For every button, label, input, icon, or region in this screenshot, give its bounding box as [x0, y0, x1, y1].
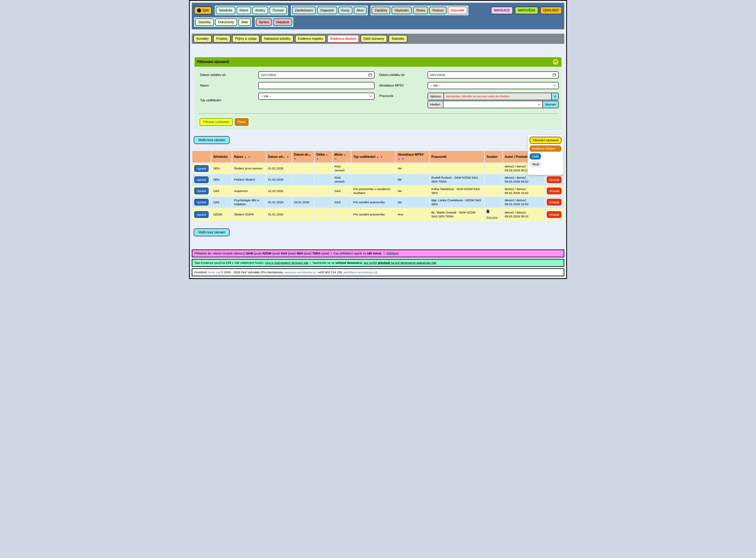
email-link[interactable]: petr@pro-neziskovky.cz [344, 271, 376, 274]
delete-button[interactable]: Smazat [547, 199, 561, 206]
datum-od-label: Datum začátku od [197, 73, 256, 77]
subnav-item-projekty[interactable]: Projekty [213, 35, 230, 43]
akreditace-label: Akreditace MPSV [376, 84, 425, 87]
table-row: Upravit NZDM Školení GDPR 01.01.2026 Pro… [192, 208, 564, 221]
delete-button[interactable]: Smazat [547, 211, 561, 218]
subnav-item-dalsi-zaznamy[interactable]: Další záznamy [361, 35, 387, 43]
subnav-item-nakladove-polozky[interactable]: Nákladové položky [261, 35, 293, 43]
subnav-item-evidence-majetku[interactable]: Evidence majetku [295, 35, 326, 43]
nav-item-web[interactable]: Web [238, 19, 251, 26]
cell-stredisko: SEN [212, 163, 231, 174]
filter-panel-title: Filtrování záznamů [197, 60, 229, 64]
file-link[interactable]: frog.png [486, 215, 497, 219]
col-header-stredisko: Středisko [212, 151, 231, 162]
odhlasit-button[interactable]: ODHLÁSIT [540, 7, 562, 14]
nav-item-klienti[interactable]: Klienti [237, 7, 251, 14]
edit-button[interactable]: Upravit [194, 165, 209, 172]
calendar-icon[interactable] [368, 73, 372, 77]
filter-submit-button[interactable]: Filtrovat (vyhledat) [200, 118, 233, 126]
nav-item-kurzy[interactable]: Kurzy [338, 7, 352, 14]
cell-akreditace: Ne [396, 186, 429, 196]
sort-icons[interactable]: ▲ ▼ [398, 158, 405, 160]
seznam-button[interactable]: Seznam [542, 101, 558, 108]
back-button[interactable]: ← Zpět [194, 6, 212, 15]
vybrano-value[interactable]: Nevybráno, klikněte na seznam nebo do hl… [444, 93, 551, 100]
nav-group-system: Správa Helpdesk [255, 17, 293, 27]
nav-item-ubytovani[interactable]: Ubytování [392, 7, 412, 14]
nav-right-group: NAVIGACE NÁPOVĚDA ODHLÁSIT [491, 7, 562, 14]
cell-typ [351, 174, 395, 185]
nav-item-strava[interactable]: Strava [413, 7, 428, 14]
delete-button[interactable]: Smazat [547, 187, 561, 195]
insert-record-button-top[interactable]: Vložit nový záznam [194, 136, 229, 144]
col-header-datum-do[interactable]: Datum do▲ ▼ [292, 151, 314, 162]
nav-item-rodiny[interactable]: Rodiny [252, 7, 268, 14]
col-header-typ[interactable]: Typ vzdělávání ▲ ▼ [351, 151, 395, 162]
website-link[interactable]: www.pro-neziskovky.cz [284, 271, 316, 274]
datum-do-input[interactable] [430, 73, 553, 77]
sort-icons[interactable]: ▲ ▼ [283, 156, 289, 158]
subnav-item-kontakty[interactable]: Kontakty [194, 35, 212, 43]
akreditace-select[interactable]: -- vše -- [428, 82, 559, 89]
records-area: Vložit nový záznam Filtrování záznamů Ev… [192, 136, 564, 236]
nav-item-dokumenty[interactable]: Dokumenty [215, 19, 237, 26]
cell-delka [315, 208, 332, 221]
insert-record-button-bottom[interactable]: Vložit nový záznam [194, 228, 229, 236]
col-header-nazev[interactable]: Název ▲ ▼ [232, 151, 266, 162]
edit-button[interactable]: Upravit [194, 211, 209, 218]
col-header-akreditace[interactable]: Akreditace MPSV ▲ ▼ [396, 151, 429, 162]
edit-button[interactable]: Upravit [194, 187, 209, 195]
demo-switch-link[interactable]: pro rychlý přechod na jiné demoverze pok… [364, 261, 436, 264]
nav-item-nastenka[interactable]: Nástěnka [216, 7, 235, 14]
logout-link[interactable]: Odhlásit [386, 252, 398, 255]
subnav-item-evidence-skoleni-active[interactable]: Evidence školení [327, 35, 359, 43]
edit-button[interactable]: Upravit [194, 176, 209, 183]
quick-menu-filter-button[interactable]: Filtrování záznamů [530, 137, 561, 144]
edit-button[interactable]: Upravit [194, 199, 209, 206]
nav-item-finance[interactable]: Finance [430, 7, 446, 14]
col-header-datum-od[interactable]: Datum od▲ ▼ [266, 151, 292, 162]
nav-item-helpdesk[interactable]: Helpdesk [273, 19, 292, 26]
quick-menu-down-button[interactable]: Dolů [530, 153, 541, 159]
sonic-link[interactable]: Sonic.cgi [208, 271, 220, 274]
demo-version-label: veřejné demoverzi [336, 261, 362, 264]
sort-icons[interactable]: ▲ ▼ [376, 156, 383, 158]
subnav-item-prijmy-a-vydaje[interactable]: Příjmy a výdaje [232, 35, 260, 43]
typ-vzdelavani-select[interactable]: -- vše -- [258, 93, 374, 100]
cell-typ: Pro pracovníky v sociálních službách [351, 186, 395, 196]
sort-icons[interactable]: ▲ ▼ [244, 156, 251, 158]
col-header-misto[interactable]: Místo ▲ ▼ [333, 151, 351, 162]
col-header-delka[interactable]: Délka ▲ ▼ [315, 151, 332, 162]
nav-item-akce[interactable]: Akce [354, 7, 367, 14]
nav-item-statistiky[interactable]: Statistiky [195, 19, 214, 26]
hledani-combobox[interactable] [443, 101, 542, 108]
collapse-panel-button[interactable] [553, 59, 559, 65]
nav-item-cinnosti[interactable]: Činnosti [270, 7, 287, 14]
nav-item-kancelar-active[interactable]: Kancelář [448, 7, 467, 14]
nazev-input[interactable] [261, 84, 372, 87]
cell-typ [351, 163, 395, 174]
cell-nazev: Školení první pomoci [232, 163, 266, 174]
filter-reset-button[interactable]: Reset [235, 118, 249, 126]
navigace-button[interactable]: NAVIGACE [491, 7, 513, 14]
cell-pracovnik: Květa Tobiášová - StrW NZDM SAS SEN [430, 186, 484, 196]
filter-panel: Filtrování záznamů Datum začátku od Datu… [195, 57, 561, 129]
datum-od-input[interactable] [261, 73, 368, 77]
nav-group-reporty: Statistiky Dokumenty Web [194, 17, 252, 27]
napoveda-button[interactable]: NÁPOVĚDA [515, 7, 538, 14]
cell-stredisko: SEN [212, 174, 231, 185]
quick-menu-evidence-button[interactable]: Evidence školení [530, 145, 561, 152]
calendar-icon[interactable] [553, 73, 556, 77]
datum-od-field-wrap [258, 71, 374, 78]
cell-misto: Klub seniorů [333, 174, 351, 185]
quick-menu-hide-button[interactable]: Skrýt [530, 161, 542, 168]
delete-button[interactable]: Smazat [547, 176, 561, 183]
nav-item-zapujcky[interactable]: Zápůjčky [372, 7, 390, 14]
nav-item-zamestnanci[interactable]: Zaměstnanci [292, 7, 316, 14]
clear-selection-button[interactable]: X [551, 93, 558, 100]
nav-item-sprava[interactable]: Správa [256, 19, 272, 26]
hiding-options-link[interactable]: více o možnostech skrývání zde [265, 261, 309, 264]
nav-item-organizer[interactable]: Organizér [317, 7, 337, 14]
vybrano-label: Vybráno: [428, 93, 444, 100]
subnav-item-statistika[interactable]: Statistika [389, 35, 407, 43]
